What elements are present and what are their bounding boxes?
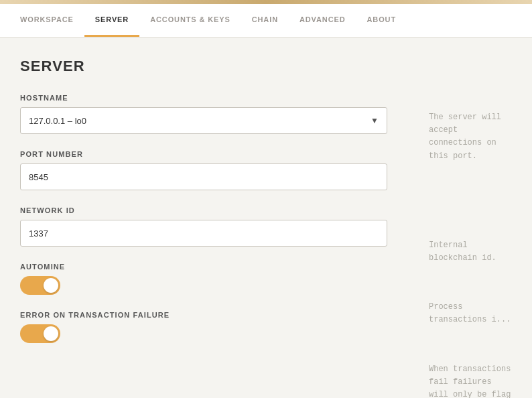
hostname-desc-group: The server will accept connections on th… [429, 94, 512, 163]
navigation: WORKSPACE SERVER ACCOUNTS & KEYS CHAIN A… [0, 4, 532, 38]
automine-group: AUTOMINE [20, 263, 415, 295]
port-number-group: PORT NUMBER [20, 150, 415, 190]
hostname-label: HOSTNAME [20, 94, 415, 102]
form-fields: HOSTNAME 127.0.0.1 – lo0 ▼ PORT NUMBER N… [20, 94, 415, 398]
network-id-label: NETWORK ID [20, 206, 415, 214]
hostname-select[interactable]: 127.0.0.1 – lo0 ▼ [20, 107, 387, 134]
hostname-group: HOSTNAME 127.0.0.1 – lo0 ▼ [20, 94, 415, 134]
page-title: SERVER [20, 58, 512, 75]
error-txn-desc-group: When transactions fail failures will onl… [429, 343, 512, 399]
error-txn-toggle[interactable] [20, 324, 60, 343]
form-descriptions: The server will accept connections on th… [415, 94, 512, 398]
network-id-group: NETWORK ID [20, 206, 415, 247]
network-id-desc-group: Internal blockchain id. [429, 222, 512, 265]
error-txn-knob [44, 326, 58, 341]
nav-item-workspace[interactable]: WORKSPACE [20, 4, 84, 37]
hostname-description: The server will accept connections on th… [429, 111, 512, 163]
error-txn-toggle-container [20, 324, 415, 343]
network-id-description: Internal blockchain id. [429, 239, 512, 265]
automine-label: AUTOMINE [20, 263, 415, 271]
port-number-label: PORT NUMBER [20, 150, 415, 158]
nav-item-chain[interactable]: CHAIN [241, 4, 289, 37]
automine-toggle-container [20, 276, 415, 295]
automine-desc-group: Process transactions i... [429, 281, 512, 326]
chevron-down-icon: ▼ [371, 116, 379, 125]
automine-description: Process transactions i... [429, 301, 512, 326]
automine-knob [44, 278, 58, 293]
nav-item-accounts-keys[interactable]: ACCOUNTS & KEYS [139, 4, 241, 37]
error-txn-label: ERROR ON TRANSACTION FAILURE [20, 311, 415, 319]
automine-toggle[interactable] [20, 276, 60, 295]
form-layout: HOSTNAME 127.0.0.1 – lo0 ▼ PORT NUMBER N… [20, 94, 512, 398]
hostname-value: 127.0.0.1 – lo0 [29, 116, 86, 126]
port-number-input[interactable] [20, 163, 387, 190]
network-id-input[interactable] [20, 220, 387, 247]
port-desc-group [429, 179, 512, 206]
main-content: SERVER HOSTNAME 127.0.0.1 – lo0 ▼ PORT N… [0, 38, 532, 398]
nav-item-advanced[interactable]: ADVANCED [289, 4, 356, 37]
nav-item-about[interactable]: ABOUT [356, 4, 407, 37]
nav-item-server[interactable]: SERVER [84, 4, 139, 37]
error-txn-group: ERROR ON TRANSACTION FAILURE [20, 311, 415, 343]
error-txn-description: When transactions fail failures will onl… [429, 363, 512, 399]
